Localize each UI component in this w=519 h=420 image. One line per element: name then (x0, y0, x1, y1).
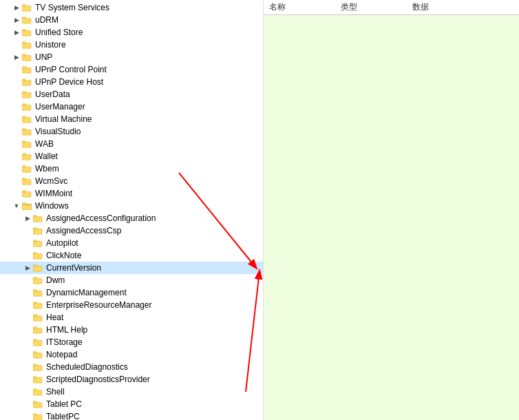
folder-icon-tabletpc (33, 412, 44, 420)
item-label-assigned-access-csp: AssignedAccessCsp (46, 224, 121, 237)
svg-rect-27 (22, 166, 25, 168)
tree-item-dynamic-management[interactable]: ▶ DynamicManagement (0, 286, 263, 299)
item-label-udrm: uDRM (35, 14, 59, 26)
svg-rect-36 (33, 241, 42, 246)
expand-icon-tv-system-services[interactable]: ▶ (11, 2, 22, 13)
svg-rect-8 (22, 55, 31, 61)
tree-item-unp[interactable]: ▶ UNP (0, 51, 263, 63)
tree-item-current-version[interactable]: ▶ CurrentVersion (0, 262, 263, 274)
tree-item-clicknote[interactable]: ▶ ClickNote (0, 249, 263, 262)
tree-item-upnp-control-point[interactable]: ▶ UPnP Control Point (0, 63, 263, 76)
item-label-tabletpc: TabletPC (46, 410, 80, 420)
folder-icon-shell (33, 387, 44, 397)
item-label-html-help: HTML Help (46, 324, 87, 336)
tree-item-heat[interactable]: ▶ Heat (0, 311, 263, 324)
tree-item-notepad[interactable]: ▶ Notepad (0, 348, 263, 361)
svg-rect-63 (33, 401, 36, 403)
item-label-scheduled-diagnostics: ScheduledDiagnostics (46, 361, 128, 373)
tree-item-tabletpc[interactable]: ▶ TabletPC (0, 410, 263, 420)
tree-item-scheduled-diagnostics[interactable]: ▶ ScheduledDiagnostics (0, 361, 263, 373)
tree-item-scripted-diagnostics[interactable]: ▶ ScriptedDiagnosticsProvider (0, 373, 263, 386)
item-label-tv-system-services: TV System Services (35, 1, 109, 14)
expand-icon-windows[interactable]: ▼ (11, 200, 22, 211)
registry-tree[interactable]: ▶ TV System Services▶ uDRM▶ Unified Stor… (0, 0, 264, 420)
svg-rect-35 (33, 228, 36, 230)
folder-icon-heat (33, 313, 44, 322)
expand-icon-unified-store[interactable]: ▶ (11, 27, 22, 38)
folder-icon-wab (22, 139, 33, 149)
item-label-dwm: Dwm (46, 274, 65, 286)
tree-item-wcmsvc[interactable]: ▶ WcmSvc (0, 175, 263, 187)
svg-rect-54 (33, 353, 42, 358)
expand-icon-udrm[interactable]: ▶ (11, 14, 22, 25)
svg-rect-58 (33, 377, 42, 383)
folder-icon-tablet-pc (33, 399, 44, 409)
col-type: 类型 (341, 1, 357, 13)
svg-rect-17 (22, 104, 25, 106)
item-label-unistore: Unistore (35, 39, 66, 51)
svg-rect-4 (22, 30, 31, 36)
expand-icon-current-version[interactable]: ▶ (22, 262, 33, 273)
svg-rect-57 (33, 364, 36, 366)
tree-item-usermanager[interactable]: ▶ UserManager (0, 101, 263, 113)
expand-icon-assigned-access-config[interactable]: ▶ (22, 213, 33, 224)
svg-rect-26 (22, 167, 31, 172)
folder-icon-wallet (22, 151, 33, 161)
item-label-autopilot: Autopilot (46, 237, 78, 249)
svg-rect-53 (33, 339, 36, 342)
svg-rect-52 (33, 340, 42, 346)
folder-icon-tv-system-services (22, 3, 33, 12)
folder-icon-scheduled-diagnostics (33, 362, 44, 372)
svg-rect-13 (22, 79, 25, 81)
tree-item-udrm[interactable]: ▶ uDRM (0, 14, 263, 26)
tree-item-wab[interactable]: ▶ WAB (0, 138, 263, 150)
folder-icon-enterprise-resource (33, 300, 44, 310)
item-label-current-version: CurrentVersion (46, 262, 101, 274)
svg-rect-7 (22, 42, 25, 44)
folder-icon-udrm (22, 15, 33, 25)
tree-item-tv-system-services[interactable]: ▶ TV System Services (0, 1, 263, 14)
tree-item-itstorage[interactable]: ▶ ITStorage (0, 336, 263, 348)
tree-item-upnp-device-host[interactable]: ▶ UPnP Device Host (0, 76, 263, 88)
tree-item-visualstudio[interactable]: ▶ VisualStudio (0, 125, 263, 138)
col-name: 名称 (269, 1, 286, 13)
folder-icon-dynamic-management (33, 288, 44, 297)
svg-rect-20 (22, 129, 31, 135)
folder-icon-unistore (22, 40, 33, 50)
tree-item-dwm[interactable]: ▶ Dwm (0, 274, 263, 286)
tree-item-wallet[interactable]: ▶ Wallet (0, 150, 263, 162)
folder-icon-windows (22, 201, 33, 211)
folder-icon-autopilot (33, 238, 44, 248)
item-label-enterprise-resource: EnterpriseResourceManager (46, 299, 151, 311)
column-headers: 名称 类型 数据 (264, 0, 519, 15)
tree-item-wbem[interactable]: ▶ Wbem (0, 162, 263, 175)
svg-rect-18 (22, 117, 31, 123)
folder-icon-upnp-device-host (22, 77, 33, 87)
col-data: 数据 (412, 1, 429, 13)
tree-item-unistore[interactable]: ▶ Unistore (0, 39, 263, 51)
tree-item-autopilot[interactable]: ▶ Autopilot (0, 237, 263, 249)
folder-icon-html-help (33, 325, 44, 335)
svg-rect-2 (22, 18, 31, 23)
tree-item-wimmount[interactable]: ▶ WIMMoint (0, 187, 263, 200)
folder-icon-unp (22, 52, 33, 62)
tree-item-tablet-pc[interactable]: ▶ Tablet PC (0, 398, 263, 410)
tree-item-virtual-machine[interactable]: ▶ Virtual Machine (0, 113, 263, 125)
tree-item-shell[interactable]: ▶ Shell (0, 386, 263, 398)
svg-rect-61 (33, 389, 36, 391)
tree-item-unified-store[interactable]: ▶ Unified Store (0, 26, 263, 39)
tree-item-assigned-access-config[interactable]: ▶ AssignedAccessConfiguration (0, 212, 263, 224)
item-label-unified-store: Unified Store (35, 26, 83, 39)
tree-item-html-help[interactable]: ▶ HTML Help (0, 324, 263, 336)
expand-icon-unp[interactable]: ▶ (11, 52, 22, 63)
folder-icon-wcmsvc (22, 176, 33, 186)
tree-item-userdata[interactable]: ▶ UserData (0, 88, 263, 101)
tree-item-enterprise-resource[interactable]: ▶ EnterpriseResourceManager (0, 299, 263, 311)
svg-rect-12 (22, 80, 31, 85)
svg-rect-40 (33, 266, 42, 271)
tree-item-assigned-access-csp[interactable]: ▶ AssignedAccessCsp (0, 224, 263, 237)
svg-rect-56 (33, 365, 42, 370)
svg-rect-65 (33, 414, 36, 416)
svg-rect-60 (33, 390, 42, 395)
tree-item-windows[interactable]: ▼ Windows (0, 200, 263, 212)
